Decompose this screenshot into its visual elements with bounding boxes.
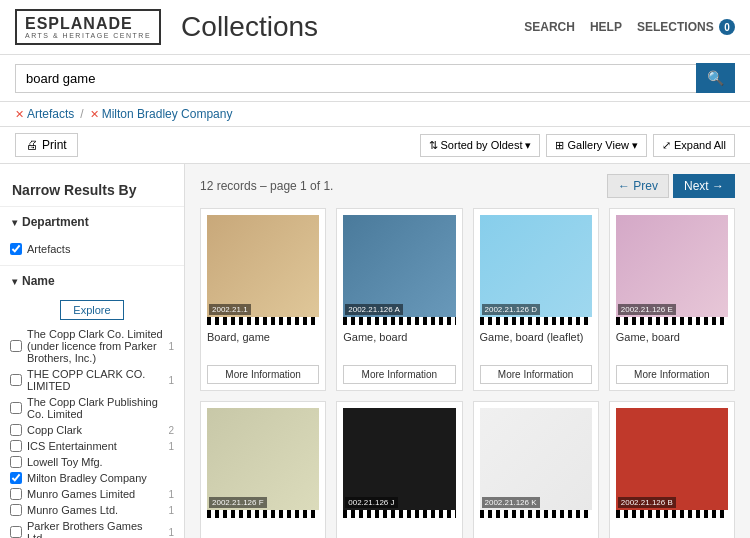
- filter-name-label[interactable]: Munro Games Ltd.: [27, 504, 163, 516]
- gallery-item-label: [480, 524, 592, 538]
- gallery-image-wrapper: 2002.21.126 F: [207, 408, 319, 518]
- filter-name-item: Lowell Toy Mfg.: [10, 454, 174, 470]
- ruler-bar: [480, 317, 592, 325]
- name-section-header[interactable]: ▾ Name: [0, 266, 184, 296]
- sidebar: Narrow Results By ▾ Department Artefacts…: [0, 164, 185, 538]
- catalog-number: 2002.21.126 A: [345, 304, 403, 315]
- catalog-number: 2002.21.126 D: [482, 304, 541, 315]
- milton-x[interactable]: ✕: [90, 108, 99, 121]
- gallery-item: 2002.21.126 DGame, board (leaflet)More I…: [473, 208, 599, 391]
- ruler-bar: [616, 317, 728, 325]
- artefacts-x[interactable]: ✕: [15, 108, 24, 121]
- expand-all-button[interactable]: ⤢ Expand All: [653, 134, 735, 157]
- ruler-bar: [343, 510, 455, 518]
- gallery-item: 2002.21.126 EGame, boardMore Information: [609, 208, 735, 391]
- header-navigation: SEARCH HELP SELECTIONS 0: [524, 19, 735, 35]
- selections-count-badge: 0: [719, 19, 735, 35]
- search-button[interactable]: 🔍: [696, 63, 735, 93]
- gallery-item-label: [343, 524, 455, 538]
- search-bar: 🔍: [0, 55, 750, 102]
- filter-name-checkbox[interactable]: [10, 488, 22, 500]
- next-page-button[interactable]: Next →: [673, 174, 735, 198]
- name-filters: The Copp Clark Co. Limited (under licenc…: [10, 326, 174, 538]
- gallery-image: 2002.21.126 B: [616, 408, 728, 518]
- filter-name-label[interactable]: Munro Games Limited: [27, 488, 163, 500]
- department-section: ▾ Department Artefacts: [0, 206, 184, 265]
- printer-icon: 🖨: [26, 138, 38, 152]
- prev-page-button[interactable]: ← Prev: [607, 174, 669, 198]
- filter-artefacts-checkbox[interactable]: [10, 243, 22, 255]
- gallery-item-label: Board, game: [207, 331, 319, 359]
- gallery-grid: 2002.21.1Board, gameMore Information2002…: [200, 208, 735, 538]
- logo: ESPLANADE ARTS & HERITAGE CENTRE: [15, 9, 161, 46]
- filter-name-label[interactable]: THE COPP CLARK CO. LIMITED: [27, 368, 163, 392]
- filter-name-item: THE COPP CLARK CO. LIMITED1: [10, 366, 174, 394]
- help-nav-link[interactable]: HELP: [590, 20, 622, 34]
- breadcrumb-milton[interactable]: ✕ Milton Bradley Company: [90, 107, 233, 121]
- gallery-item: 2002.21.126 FMore Information: [200, 401, 326, 538]
- filter-name-checkbox[interactable]: [10, 340, 22, 352]
- filter-name-checkbox[interactable]: [10, 402, 22, 414]
- sort-icon: ⇅: [429, 139, 438, 152]
- filter-name-label[interactable]: The Copp Clark Co. Limited (under licenc…: [27, 328, 163, 364]
- filter-name-label[interactable]: Milton Bradley Company: [27, 472, 169, 484]
- print-button[interactable]: 🖨 Print: [15, 133, 78, 157]
- filter-name-label[interactable]: Copp Clark: [27, 424, 163, 436]
- catalog-number: 2002.21.126 F: [209, 497, 267, 508]
- filter-name-label[interactable]: ICS Entertainment: [27, 440, 163, 452]
- toolbar: 🖨 Print ⇅ Sorted by Oldest ▾ ⊞ Gallery V…: [0, 127, 750, 164]
- view-button[interactable]: ⊞ Gallery View ▾: [546, 134, 647, 157]
- filter-artefacts: Artefacts: [10, 241, 174, 257]
- filter-name-checkbox[interactable]: [10, 526, 22, 538]
- more-info-button[interactable]: More Information: [480, 365, 592, 384]
- gallery-image: 2002.21.126 D: [480, 215, 592, 325]
- filter-name-label[interactable]: The Copp Clark Publishing Co. Limited: [27, 396, 169, 420]
- gallery-image: 2002.21.126 A: [343, 215, 455, 325]
- gallery-icon: ⊞: [555, 139, 564, 152]
- gallery-image-wrapper: 2002.21.1: [207, 215, 319, 325]
- gallery-image: 2002.21.126 K: [480, 408, 592, 518]
- more-info-button[interactable]: More Information: [616, 365, 728, 384]
- selections-nav-link[interactable]: SELECTIONS 0: [637, 19, 735, 35]
- name-section: ▾ Name Explore The Copp Clark Co. Limite…: [0, 265, 184, 538]
- sidebar-title: Narrow Results By: [0, 174, 184, 206]
- more-info-button[interactable]: More Information: [343, 365, 455, 384]
- filter-name-checkbox[interactable]: [10, 424, 22, 436]
- content-area: 12 records – page 1 of 1. ← Prev Next → …: [185, 164, 750, 538]
- filter-count: 1: [168, 441, 174, 452]
- department-section-header[interactable]: ▾ Department: [0, 207, 184, 237]
- filter-name-checkbox[interactable]: [10, 504, 22, 516]
- gallery-item: 2002.21.1Board, gameMore Information: [200, 208, 326, 391]
- filter-name-checkbox[interactable]: [10, 440, 22, 452]
- explore-button[interactable]: Explore: [60, 300, 123, 320]
- filter-name-checkbox[interactable]: [10, 456, 22, 468]
- more-info-button[interactable]: More Information: [207, 365, 319, 384]
- filter-count: 1: [168, 375, 174, 386]
- catalog-number: 002.21.126 J: [345, 497, 397, 508]
- sort-button[interactable]: ⇅ Sorted by Oldest ▾: [420, 134, 541, 157]
- ruler-bar: [480, 510, 592, 518]
- gallery-item-label: [616, 524, 728, 538]
- name-section-content: Explore The Copp Clark Co. Limited (unde…: [0, 296, 184, 538]
- department-chevron-icon: ▾: [12, 217, 17, 228]
- ruler-bar: [343, 317, 455, 325]
- breadcrumb-artefacts[interactable]: ✕ Artefacts: [15, 107, 74, 121]
- filter-name-item: The Copp Clark Publishing Co. Limited: [10, 394, 174, 422]
- gallery-item: 2002.21.126 KMore Information: [473, 401, 599, 538]
- gallery-image-wrapper: 2002.21.126 B: [616, 408, 728, 518]
- sort-chevron-icon: ▾: [525, 139, 531, 152]
- filter-count: 1: [168, 489, 174, 500]
- filter-name-label[interactable]: Lowell Toy Mfg.: [27, 456, 169, 468]
- filter-name-checkbox[interactable]: [10, 374, 22, 386]
- filter-name-checkbox[interactable]: [10, 472, 22, 484]
- search-nav-link[interactable]: SEARCH: [524, 20, 575, 34]
- gallery-image: 2002.21.126 E: [616, 215, 728, 325]
- catalog-number: 2002.21.1: [209, 304, 251, 315]
- catalog-number: 2002.21.126 B: [618, 497, 676, 508]
- filter-name-item: The Copp Clark Co. Limited (under licenc…: [10, 326, 174, 366]
- filter-artefacts-label[interactable]: Artefacts: [27, 243, 174, 255]
- search-input[interactable]: [15, 64, 696, 93]
- filter-name-item: Munro Games Ltd.1: [10, 502, 174, 518]
- filter-name-label[interactable]: Parker Brothers Games Ltd.: [27, 520, 163, 538]
- main-content: Narrow Results By ▾ Department Artefacts…: [0, 164, 750, 538]
